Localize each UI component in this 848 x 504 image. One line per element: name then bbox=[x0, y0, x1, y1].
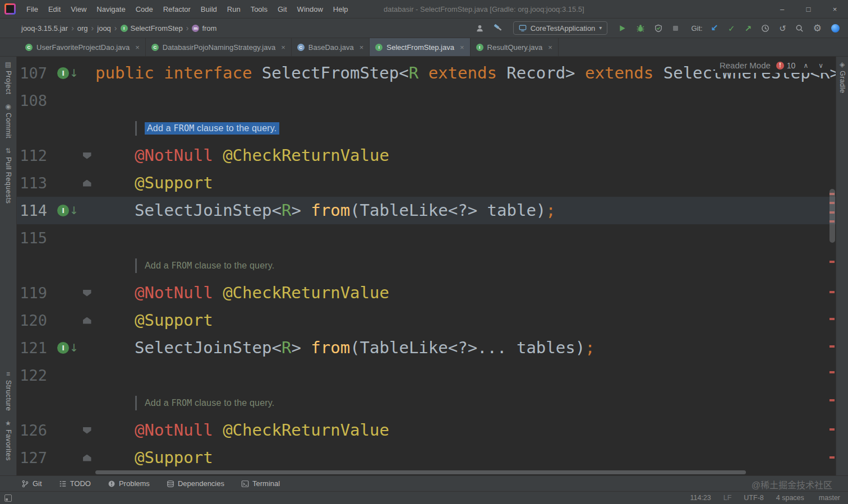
code-row[interactable]: 107I↓public interface SelectFromStep<R e… bbox=[17, 59, 836, 87]
implemented-interface-icon[interactable]: I bbox=[57, 205, 69, 216]
menu-code[interactable]: Code bbox=[131, 5, 158, 13]
close-icon[interactable]: × bbox=[460, 43, 464, 52]
menu-git[interactable]: Git bbox=[273, 5, 292, 13]
error-stripe-mark[interactable] bbox=[829, 456, 835, 459]
tool-window-toggle-icon[interactable] bbox=[4, 494, 12, 502]
code-line[interactable]: @Support bbox=[135, 444, 836, 471]
error-stripe-mark[interactable] bbox=[829, 428, 835, 431]
tab-resultquery-java[interactable]: IResultQuery.java× bbox=[471, 38, 559, 56]
close-button[interactable]: × bbox=[822, 0, 848, 19]
javadoc-row[interactable]: Add a FROM clause to the query. bbox=[17, 114, 836, 142]
tool-window-button-todo[interactable]: TODO bbox=[59, 479, 91, 488]
doc-fold-bar[interactable] bbox=[135, 258, 137, 273]
sync-sphere-button[interactable] bbox=[828, 22, 842, 34]
code-row[interactable]: 121I↓SelectJoinStep<R> from(TableLike<?>… bbox=[17, 334, 836, 362]
minimize-button[interactable]: – bbox=[769, 0, 795, 19]
code-row[interactable]: 119@NotNull @CheckReturnValue bbox=[17, 279, 836, 307]
editor[interactable]: 107I↓public interface SelectFromStep<R e… bbox=[17, 57, 836, 475]
code-row[interactable]: 127@Support bbox=[17, 444, 836, 471]
implemented-interface-icon[interactable]: I bbox=[57, 342, 69, 354]
error-stripe-mark[interactable] bbox=[829, 291, 835, 293]
close-icon[interactable]: × bbox=[360, 43, 364, 52]
tool-window-button-pull-requests[interactable]: ⇅Pull Requests bbox=[4, 147, 12, 204]
settings-gear-button[interactable]: ⚙ bbox=[810, 22, 824, 35]
code-line[interactable]: @NotNull @CheckReturnValue bbox=[135, 279, 836, 307]
maximize-button[interactable]: □ bbox=[795, 0, 822, 19]
breadcrumb-item-jooq[interactable]: jooq bbox=[97, 24, 111, 33]
search-button[interactable] bbox=[792, 22, 806, 34]
error-stripe-mark[interactable] bbox=[829, 371, 835, 373]
stop-button[interactable] bbox=[669, 23, 682, 34]
code-row[interactable]: 113@Support bbox=[17, 169, 836, 197]
tool-window-button-project[interactable]: ▤Project bbox=[4, 61, 12, 94]
horizontal-scrollbar[interactable] bbox=[95, 470, 746, 474]
menu-build[interactable]: Build bbox=[196, 5, 222, 13]
tool-window-button-structure[interactable]: ≡Structure bbox=[4, 371, 12, 411]
rollback-button[interactable]: ↺ bbox=[776, 22, 789, 34]
tab-userfavoriteprojectdao-java[interactable]: CUserFavoriteProjectDao.java× bbox=[20, 38, 146, 56]
blank-row[interactable]: 122 bbox=[17, 362, 836, 389]
history-clock-button[interactable] bbox=[758, 22, 772, 34]
error-stripe-mark[interactable] bbox=[829, 399, 835, 401]
implementations-arrow-icon[interactable]: ↓ bbox=[70, 205, 79, 216]
code-row[interactable]: 120@Support bbox=[17, 307, 836, 334]
breadcrumb-item-jooq-3-15-5-jar[interactable]: jooq-3.15.5.jar bbox=[21, 24, 68, 33]
blank-row[interactable]: 115 bbox=[17, 224, 836, 252]
menu-edit[interactable]: Edit bbox=[43, 5, 66, 13]
doc-fold-bar[interactable] bbox=[135, 396, 137, 410]
push-button[interactable]: ↗ bbox=[742, 22, 755, 34]
implemented-interface-icon[interactable]: I bbox=[57, 67, 69, 79]
reader-mode-label[interactable]: Reader Mode bbox=[720, 61, 771, 70]
tool-window-button-problems[interactable]: Problems bbox=[108, 479, 150, 488]
code-row[interactable]: 112@NotNull @CheckReturnValue bbox=[17, 142, 836, 169]
blank-row[interactable]: 108 bbox=[17, 87, 836, 114]
menu-window[interactable]: Window bbox=[292, 5, 328, 13]
fold-marker-icon[interactable] bbox=[83, 455, 91, 461]
next-error-button[interactable]: ∨ bbox=[816, 62, 826, 70]
code-row[interactable]: 114I↓SelectJoinStep<R> from(TableLike<?>… bbox=[17, 197, 836, 224]
tab-databasirpojonamingstrategy-java[interactable]: CDatabasirPojoNamingStrategy.java× bbox=[146, 38, 292, 56]
build-hammer-button[interactable] bbox=[491, 22, 505, 34]
line-separator[interactable]: LF bbox=[723, 494, 732, 502]
collab-users-button[interactable] bbox=[473, 22, 487, 34]
code-line[interactable]: @NotNull @CheckReturnValue bbox=[135, 142, 836, 169]
fold-marker-icon[interactable] bbox=[83, 317, 91, 324]
tool-window-button-terminal[interactable]: Terminal bbox=[241, 479, 280, 488]
doc-fold-bar[interactable] bbox=[135, 121, 137, 136]
tab-selectfromstep-java[interactable]: ISelectFromStep.java× bbox=[370, 38, 470, 56]
tool-window-button-favorites[interactable]: ★Favorites bbox=[4, 420, 12, 461]
code-line[interactable]: SelectJoinStep<R> from(TableLike<?> tabl… bbox=[135, 197, 836, 224]
menu-tools[interactable]: Tools bbox=[246, 5, 273, 13]
javadoc-row[interactable]: Add a FROM clause to the query. bbox=[17, 389, 836, 417]
run-coverage-button[interactable] bbox=[652, 22, 665, 34]
implementations-arrow-icon[interactable]: ↓ bbox=[70, 68, 79, 78]
run-config-selector[interactable]: CoreTestApplication ▾ bbox=[513, 21, 608, 35]
tab-basedao-java[interactable]: CBaseDao.java× bbox=[292, 38, 370, 56]
javadoc-row[interactable]: Add a FROM clause to the query. bbox=[17, 252, 836, 279]
error-stripe-mark[interactable] bbox=[829, 318, 835, 320]
code-line[interactable]: @NotNull @CheckReturnValue bbox=[135, 417, 836, 444]
run-play-button[interactable] bbox=[615, 22, 629, 34]
commit-check-button[interactable]: ✓ bbox=[725, 22, 738, 34]
tool-window-button-commit[interactable]: ◉Commit bbox=[4, 103, 12, 138]
menu-help[interactable]: Help bbox=[328, 5, 353, 13]
inspections-widget[interactable]: ! 10 bbox=[776, 61, 796, 70]
vertical-scrollbar[interactable] bbox=[829, 189, 835, 243]
menu-view[interactable]: View bbox=[66, 5, 91, 13]
tool-window-button-git[interactable]: Git bbox=[21, 479, 42, 488]
close-icon[interactable]: × bbox=[548, 43, 552, 52]
breadcrumb-item-from[interactable]: mfrom bbox=[192, 24, 216, 33]
error-stripe-mark[interactable] bbox=[829, 261, 835, 263]
menu-run[interactable]: Run bbox=[222, 5, 246, 13]
file-encoding[interactable]: UTF-8 bbox=[744, 494, 763, 502]
code-line[interactable]: @Support bbox=[135, 307, 836, 334]
menu-navigate[interactable]: Navigate bbox=[91, 5, 130, 13]
indent-style[interactable]: 4 spaces bbox=[776, 494, 804, 502]
breadcrumb-item-selectfromstep[interactable]: ISelectFromStep bbox=[121, 24, 183, 33]
implementations-arrow-icon[interactable]: ↓ bbox=[70, 343, 79, 353]
tool-window-button-dependencies[interactable]: Dependencies bbox=[167, 479, 224, 488]
update-project-button[interactable]: ↙ bbox=[708, 22, 721, 34]
error-stripe-mark[interactable] bbox=[829, 345, 835, 348]
caret-position[interactable]: 114:23 bbox=[690, 494, 711, 502]
code-line[interactable]: @Support bbox=[135, 169, 836, 197]
